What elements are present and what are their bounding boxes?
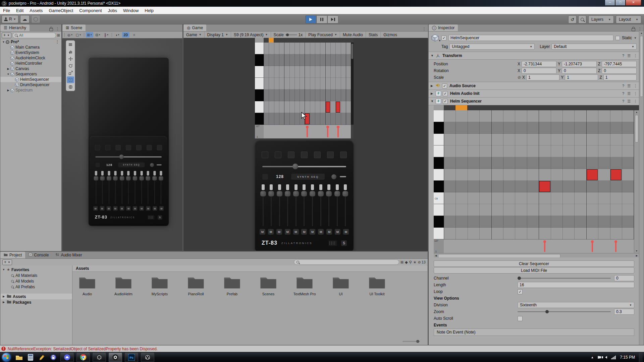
mute-button[interactable]: M [106,206,111,210]
clear-sequencer-button[interactable]: Clear Sequencer [434,260,634,267]
help-icon[interactable]: ? [622,84,624,88]
component-header-helm-audio-init[interactable]: ▶#✓Helm Audio Init?☰⋮ [429,90,639,98]
display-dropdown[interactable]: Display 1▼ [205,32,231,38]
velocity-lane[interactable] [264,125,351,138]
asset-folder-ui-toolkit[interactable]: UI Toolkit [368,276,386,296]
kebab-menu-icon[interactable]: ⋮ [634,99,637,104]
shading-mode-button[interactable]: ◑▼ [114,32,121,38]
synth-pad[interactable] [275,152,281,158]
piano-key[interactable] [434,134,444,145]
light-toggle-button[interactable]: ☀ [130,32,138,38]
hidden-count-badge[interactable]: ⊘13 [418,260,426,264]
label-icon[interactable]: ⚲ [409,260,412,264]
taskbar-paint-icon[interactable] [38,353,46,362]
taskbar-unity-editor-icon[interactable] [109,353,122,362]
action-center-flag-icon[interactable] [598,356,601,359]
hierarchy-item-canvas[interactable]: ▶Canvas [0,66,61,71]
mute-button[interactable]: M [326,229,332,235]
synth-fader[interactable] [309,184,316,226]
synth-pad[interactable] [147,145,152,150]
synth-pad[interactable] [262,152,268,158]
project-search-input[interactable] [294,259,399,265]
project-root-packages[interactable]: ▶Packages [1,299,72,305]
game-piano-roll[interactable]: 1271 [255,38,354,138]
start-button[interactable] [2,353,11,362]
asset-folder-ui[interactable]: UI [332,276,350,296]
synth-fader[interactable] [132,171,138,204]
scene-picker-icon[interactable]: ⊞ [57,33,60,38]
velocity-pin[interactable] [544,242,545,252]
mute-button[interactable]: M [276,229,282,235]
synth-fader[interactable] [342,184,349,226]
synth-mini-pad[interactable] [262,174,268,180]
synth-fader[interactable] [119,171,125,204]
piano-key[interactable] [434,181,444,192]
roll-vertical-scrollbar[interactable]: ▲▼ [634,110,639,253]
play-button[interactable] [305,15,316,23]
taskbar-chrome-icon[interactable] [76,353,90,362]
mute-button[interactable]: M [146,206,150,210]
move-tool[interactable] [67,55,74,62]
menu-jobs[interactable]: Jobs [105,7,120,14]
inspector-scrollbar[interactable]: ▲ [639,31,644,345]
synth-knob[interactable] [331,174,336,179]
menu-gameobject[interactable]: GameObject [46,7,76,14]
auto-scroll-checkbox[interactable] [518,316,523,321]
sequencer-note[interactable] [336,102,340,113]
synth-pad[interactable] [301,152,308,158]
hierarchy-item-helmsequencer[interactable]: HelmSequencer [0,77,61,82]
tab-audio-mixer[interactable]: Audio Mixer [52,252,85,258]
layers-dropdown[interactable]: Layers▼ [588,15,614,23]
favorite-all-prefabs[interactable]: All Prefabs [1,284,72,290]
pause-button[interactable] [316,15,327,23]
sequencer-grid-row[interactable] [444,204,634,216]
foldout-arrow-icon[interactable]: ▼ [431,54,434,57]
tab-game[interactable]: ◎Game [183,24,206,31]
kebab-menu-icon[interactable]: ⋮ [634,92,637,96]
synth-fader[interactable] [276,184,283,226]
sequencer-grid-row[interactable] [444,228,634,239]
mute-button[interactable]: M [285,229,290,235]
transform-component-header[interactable]: ▼ Transform ? ☰ ⋮ [429,52,639,60]
tab-hierarchy[interactable]: ☰Hierarchy [0,24,30,31]
taskbar-photoshop-icon[interactable]: Ps [125,353,138,362]
sequencer-grid-row[interactable] [444,122,634,134]
tempo-slider[interactable] [95,155,162,159]
menu-window[interactable]: Window [120,7,142,14]
zt83-synth-game[interactable]: 128SYNTH SEQMMMMMMMMMMMZT-83ZILLATRONICS… [255,140,354,251]
asset-folder-myscripts[interactable]: MyScripts [151,276,168,296]
note-on-event-row[interactable]: Note On Event (Note) [434,328,634,336]
asset-folder-pianoroll[interactable]: PianoRoll [187,276,205,296]
network-icon[interactable] [611,356,616,359]
snap-move-button[interactable]: ⊟▼ [94,32,102,38]
help-icon[interactable]: ? [622,92,624,96]
load-midi-button[interactable]: Load MIDI File [434,267,634,274]
mute-button[interactable]: M [133,206,137,210]
mute-button[interactable]: M [293,229,299,235]
piano-key[interactable] [255,78,264,89]
hierarchy-search-input[interactable]: All [12,33,56,38]
zoom-slider[interactable] [518,311,611,312]
taskbar-explorer-icon[interactable] [15,353,23,362]
volume-icon[interactable] [605,356,607,359]
tab-inspector[interactable]: i Inspector [429,24,458,31]
component-enabled-checkbox[interactable]: ✓ [442,83,447,88]
tag-dropdown[interactable]: Untagged▼ [449,44,535,50]
piano-key[interactable] [255,54,264,66]
asset-folder-audio[interactable]: Audio [78,276,96,296]
favorites-root[interactable]: ▼★Favorites [1,267,72,273]
transform-rotation-x-field[interactable]: 0 [522,68,556,74]
piano-key[interactable] [434,169,444,181]
taskbar-obs-icon[interactable] [141,353,154,362]
hierarchy-item-eventsystem[interactable]: EventSystem [0,50,61,55]
velocity-pin[interactable] [327,127,328,137]
transform-scale-y-field[interactable]: 1 [565,74,598,80]
game-display-mode-dropdown[interactable]: Game▼ [183,32,205,38]
velocity-pin[interactable] [307,127,308,137]
hierarchy-item-drumsequencer[interactable]: DrumSequencer [0,82,61,87]
taskbar-calculator-icon[interactable] [26,353,35,362]
piano-key[interactable] [255,43,264,54]
taskbar-clock[interactable]: 7:15 PM [620,355,635,360]
piano-key[interactable] [434,110,444,122]
synth-fader[interactable] [260,184,266,226]
